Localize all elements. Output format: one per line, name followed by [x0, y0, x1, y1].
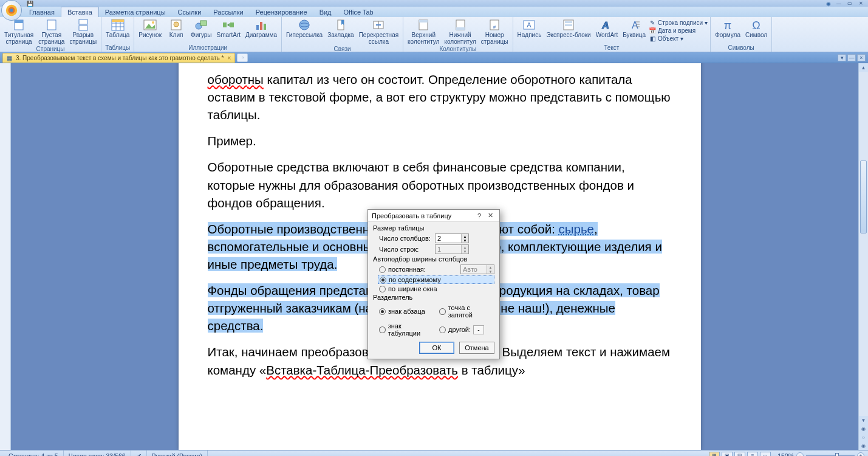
tab-view[interactable]: Вид [313, 7, 338, 17]
restore-button[interactable]: ▭ [845, 1, 855, 7]
zoom-in-button[interactable]: + [857, 452, 864, 457]
tab-home[interactable]: Главная [23, 7, 61, 17]
columns-spinner[interactable]: 2▲▼ [435, 233, 469, 243]
autofit-content-radio[interactable]: по содержимому [378, 275, 494, 284]
svg-marker-23 [227, 23, 230, 27]
wordart-button[interactable]: AWordArt [594, 18, 620, 40]
zoom-level[interactable]: 150% [777, 452, 794, 457]
picture-button[interactable]: Рисунок [137, 18, 163, 40]
help-icon[interactable]: ◉ [826, 1, 831, 7]
symbol-icon: Ω [749, 18, 764, 32]
close-tab-icon[interactable]: × [227, 55, 231, 61]
radio-icon[interactable] [379, 266, 386, 273]
vertical-ruler [0, 63, 11, 450]
sep-tab-radio[interactable]: знак табуляции [379, 322, 434, 337]
zoom-out-button[interactable]: − [796, 452, 804, 457]
radio-icon[interactable] [439, 308, 446, 315]
radio-icon[interactable] [379, 308, 386, 315]
symbol-button[interactable]: ΩСимвол [743, 18, 769, 40]
view-print-layout-button[interactable]: ▦ [709, 452, 720, 457]
status-proofing[interactable]: ✔ [131, 451, 147, 456]
scroll-down-button[interactable]: ▼ [859, 416, 868, 424]
signature-line-button[interactable]: ✎Строка подписи ▾ [649, 19, 708, 26]
autofit-window-radio[interactable]: по ширине окна [379, 285, 494, 292]
svg-point-2 [10, 9, 13, 12]
blank-page-button[interactable]: Пустая страница [36, 18, 66, 46]
minimize-button[interactable]: — [834, 1, 844, 7]
dialog-help-button[interactable]: ? [474, 212, 485, 219]
sep-other-input[interactable] [473, 325, 484, 334]
page-number-button[interactable]: #Номер страницы [479, 18, 510, 46]
svg-rect-36 [456, 27, 465, 30]
dialog-close-button[interactable]: ✕ [485, 212, 496, 219]
cancel-button[interactable]: Отмена [459, 342, 494, 354]
vertical-scrollbar[interactable]: ▲ ▼ ◉ ○ ◉ [858, 63, 868, 450]
sep-paragraph-radio[interactable]: знак абзаца [379, 304, 434, 319]
clip-button[interactable]: Клип [165, 18, 188, 40]
sep-semicolon-radio[interactable]: точка с запятой [439, 304, 494, 319]
svg-text:A: A [527, 21, 532, 29]
next-page-button[interactable]: ◉ [859, 441, 868, 450]
view-draft-button[interactable]: ▭ [760, 452, 771, 457]
tab-references[interactable]: Ссылки [172, 7, 208, 17]
tab-page-layout[interactable]: Разметка страницы [99, 7, 172, 17]
qat-save-icon[interactable]: 💾 [27, 1, 33, 7]
clip-icon [169, 18, 183, 32]
radio-icon[interactable] [380, 277, 386, 283]
svg-rect-34 [419, 20, 428, 22]
table-button[interactable]: Таблица [104, 18, 131, 40]
view-web-layout-button[interactable]: ▤ [734, 452, 745, 457]
office-button[interactable] [1, 0, 22, 21]
tab-dropdown-button[interactable]: ▾ [838, 54, 846, 61]
footer-button[interactable]: Нижний колонтитул [442, 18, 477, 46]
dropcap-button[interactable]: AБуквица [621, 18, 648, 40]
scroll-up-button[interactable]: ▲ [859, 63, 868, 72]
equation-button[interactable]: πФормула [713, 18, 742, 40]
ok-button[interactable]: ОК [419, 342, 454, 354]
tab-mailings[interactable]: Рассылки [207, 7, 249, 17]
group-pages: Титульная страница Пустая страница Разры… [0, 17, 101, 52]
status-words[interactable]: Число слов: 33/566 [64, 451, 131, 456]
table-icon [111, 18, 125, 32]
paragraph: Пример. [208, 132, 672, 150]
radio-icon[interactable] [379, 326, 386, 333]
header-button[interactable]: Верхний колонтитул [406, 18, 441, 46]
tab-office-tab[interactable]: Office Tab [338, 7, 380, 17]
date-time-button[interactable]: 📅Дата и время [649, 27, 708, 34]
quickparts-button[interactable]: Экспресс-блоки [544, 18, 592, 40]
page-break-button[interactable]: Разрыв страницы [67, 18, 98, 46]
hyperlink-button[interactable]: Гиперссылка [284, 18, 324, 40]
textbox-button[interactable]: AНадпись [516, 18, 544, 40]
tab-insert[interactable]: Вставка [61, 7, 99, 17]
tab-close-button[interactable]: × [857, 54, 866, 61]
smartart-button[interactable]: SmartArt [215, 18, 242, 40]
sep-other-radio[interactable]: другой: [439, 322, 494, 337]
svg-rect-26 [264, 24, 266, 30]
view-outline-button[interactable]: ≡ [747, 452, 758, 457]
autofit-fixed-radio[interactable]: постоянная: Авто▲▼ [379, 264, 494, 274]
dialog-titlebar[interactable]: Преобразовать в таблицу ? ✕ [368, 210, 499, 222]
prev-page-button[interactable]: ◉ [859, 424, 868, 433]
document-tab[interactable]: ▦ 3. Преобразовываем текст в схемы и таб… [2, 53, 235, 63]
svg-rect-4 [15, 20, 23, 23]
status-language[interactable]: Русский (Россия) [147, 451, 208, 456]
object-button[interactable]: ◧Объект ▾ [649, 35, 708, 42]
tab-review[interactable]: Рецензирование [250, 7, 313, 17]
view-full-screen-button[interactable]: ▣ [722, 452, 733, 457]
close-window-button[interactable]: ✕ [856, 1, 866, 7]
bookmark-button[interactable]: Закладка [326, 18, 355, 40]
status-page[interactable]: Страница: 4 из 5 [4, 451, 64, 456]
spin-down-icon[interactable]: ▼ [461, 238, 468, 243]
tab-min-button[interactable]: — [847, 54, 856, 61]
radio-icon[interactable] [379, 286, 386, 292]
scrollbar-thumb[interactable] [860, 161, 867, 233]
cover-page-button[interactable]: Титульная страница [2, 18, 35, 46]
shapes-button[interactable]: Фигуры [189, 18, 213, 40]
crossref-button[interactable]: Перекрестная ссылка [357, 18, 400, 46]
zoom-slider-thumb[interactable] [835, 453, 839, 456]
radio-icon[interactable] [439, 326, 446, 333]
new-tab-button[interactable]: ▫ [237, 54, 248, 62]
chart-button[interactable]: Диаграмма [244, 18, 279, 40]
spin-up-icon[interactable]: ▲ [461, 234, 468, 238]
browse-object-button[interactable]: ○ [859, 433, 868, 441]
